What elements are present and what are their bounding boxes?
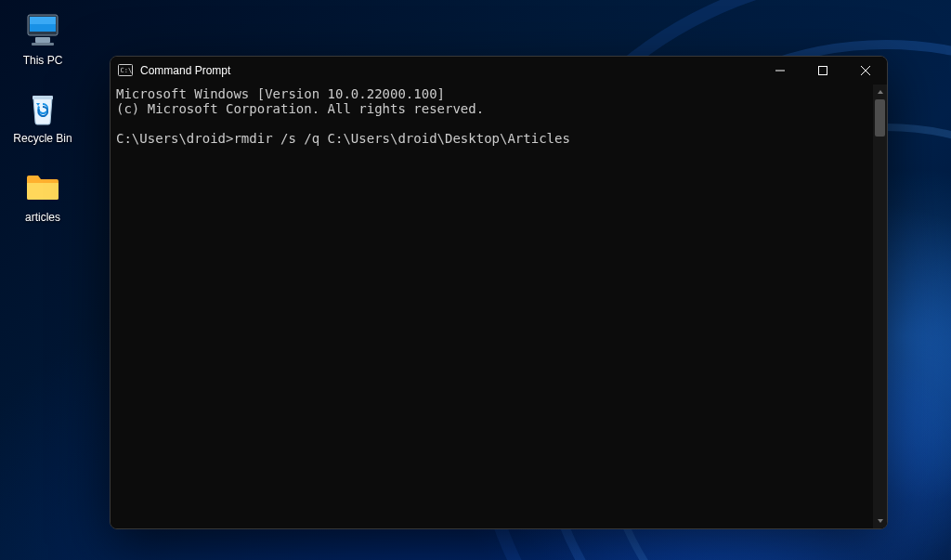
terminal-prompt: C:\Users\droid> [116,131,233,146]
svg-text:C:\: C:\ [121,67,133,74]
desktop-icon-label: articles [25,211,60,224]
close-button[interactable] [844,57,887,85]
svg-rect-2 [30,17,56,24]
titlebar[interactable]: C:\ Command Prompt [111,57,887,85]
terminal-content[interactable]: Microsoft Windows [Version 10.0.22000.10… [111,85,873,528]
window-title: Command Prompt [140,64,759,77]
scroll-track[interactable] [873,99,887,514]
desktop-icon-label: Recycle Bin [13,132,72,145]
svg-rect-9 [819,67,827,75]
cmd-icon: C:\ [118,63,133,78]
scrollbar[interactable] [873,85,887,528]
terminal-command: rmdir /s /q C:\Users\droid\Desktop\Artic… [233,131,569,146]
svg-rect-4 [32,43,54,46]
terminal-line: (c) Microsoft Corporation. All rights re… [116,101,484,116]
minimize-button[interactable] [759,57,801,85]
scroll-up-arrow-icon[interactable] [873,85,887,99]
terminal-line: Microsoft Windows [Version 10.0.22000.10… [116,86,445,101]
desktop-icons: This PC Recycle Bin articles [7,7,78,226]
maximize-button[interactable] [801,57,844,85]
desktop-icon-recycle-bin[interactable]: Recycle Bin [7,85,78,147]
scroll-down-arrow-icon[interactable] [873,514,887,528]
svg-rect-3 [35,37,50,43]
recycle-bin-icon [22,87,63,128]
desktop-icon-label: This PC [23,54,63,67]
window-controls [759,57,887,85]
terminal-body: Microsoft Windows [Version 10.0.22000.10… [111,85,887,528]
desktop-icon-this-pc[interactable]: This PC [7,7,78,69]
pc-icon [22,9,63,50]
svg-rect-5 [33,96,53,99]
desktop-icon-articles[interactable]: articles [7,164,78,226]
command-prompt-window: C:\ Command Prompt Microsoft Windows [Ve… [110,56,888,529]
folder-icon [22,166,63,207]
scroll-thumb[interactable] [875,99,885,137]
